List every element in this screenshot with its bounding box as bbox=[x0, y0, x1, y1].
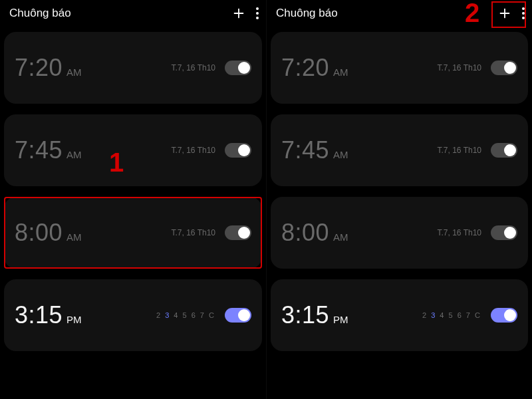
alarm-list: 7:20 AM T.7, 16 Th10 7:45 AM T.7, 16 Th1… bbox=[267, 27, 532, 351]
alarm-card[interactable]: 7:45 AM T.7, 16 Th10 bbox=[271, 114, 528, 186]
alarm-days: 2 3 4 5 6 7 C bbox=[156, 311, 215, 319]
alarm-card[interactable]: 3:15 PM 2 3 4 5 6 7 C bbox=[271, 279, 528, 351]
alarm-ampm: AM bbox=[66, 149, 82, 160]
alarm-ampm: PM bbox=[66, 314, 82, 325]
alarm-time-block: 8:00 AM bbox=[281, 219, 348, 247]
alarm-time: 7:45 bbox=[281, 136, 329, 164]
alarm-right: T.7, 16 Th10 bbox=[438, 225, 518, 240]
screenshot-right: Chuông báo 7:20 AM T.7, 16 Th10 bbox=[266, 0, 532, 399]
page-title: Chuông báo bbox=[9, 7, 231, 20]
alarm-card[interactable]: 7:45 AM T.7, 16 Th10 bbox=[4, 114, 262, 186]
alarm-date: T.7, 16 Th10 bbox=[172, 146, 216, 155]
alarm-date: T.7, 16 Th10 bbox=[438, 146, 482, 155]
alarm-ampm: PM bbox=[333, 314, 348, 325]
alarm-time-block: 7:45 AM bbox=[15, 136, 82, 164]
alarm-date: T.7, 16 Th10 bbox=[438, 228, 482, 237]
alarm-ampm: AM bbox=[333, 66, 348, 78]
alarm-time-block: 7:20 AM bbox=[281, 54, 348, 82]
alarm-toggle[interactable] bbox=[491, 61, 517, 75]
alarm-card[interactable]: 3:15 PM 2 3 4 5 6 7 C bbox=[4, 279, 262, 351]
alarm-time: 3:15 bbox=[281, 301, 329, 329]
svg-point-0 bbox=[256, 7, 259, 10]
alarm-toggle[interactable] bbox=[225, 308, 251, 323]
annotation-box-2 bbox=[491, 1, 526, 28]
alarm-time: 7:20 bbox=[15, 54, 63, 82]
annotation-box-1 bbox=[4, 197, 262, 269]
alarm-time: 7:45 bbox=[15, 136, 63, 164]
annotation-label-2: 2 bbox=[465, 0, 479, 28]
alarm-right: T.7, 16 Th10 bbox=[438, 143, 518, 158]
annotation-label-1: 1 bbox=[109, 148, 124, 178]
alarm-list: 7:20 AM T.7, 16 Th10 7:45 AM T.7, 16 Th1… bbox=[0, 27, 266, 351]
alarm-right: T.7, 16 Th10 bbox=[172, 143, 252, 158]
alarm-ampm: AM bbox=[333, 149, 348, 160]
alarm-toggle[interactable] bbox=[225, 143, 251, 158]
alarm-time-block: 3:15 PM bbox=[15, 301, 82, 329]
alarm-ampm: AM bbox=[333, 231, 348, 243]
alarm-time: 8:00 bbox=[281, 219, 329, 247]
alarm-right: 2 3 4 5 6 7 C bbox=[422, 308, 517, 323]
top-actions bbox=[231, 6, 259, 21]
alarm-right: 2 3 4 5 6 7 C bbox=[156, 308, 251, 323]
alarm-time-block: 7:20 AM bbox=[15, 54, 82, 82]
alarm-toggle[interactable] bbox=[225, 61, 251, 75]
alarm-right: T.7, 16 Th10 bbox=[438, 61, 518, 75]
topbar: Chuông báo bbox=[0, 0, 266, 27]
alarm-time-block: 7:45 AM bbox=[281, 136, 348, 164]
alarm-time: 3:15 bbox=[15, 301, 63, 329]
alarm-right: T.7, 16 Th10 bbox=[172, 61, 252, 75]
svg-point-1 bbox=[256, 12, 259, 15]
alarm-toggle[interactable] bbox=[491, 143, 517, 158]
alarm-card[interactable]: 7:20 AM T.7, 16 Th10 bbox=[271, 32, 528, 104]
alarm-toggle[interactable] bbox=[491, 225, 517, 240]
alarm-card[interactable]: 8:00 AM T.7, 16 Th10 bbox=[271, 197, 528, 269]
alarm-time-block: 3:15 PM bbox=[281, 301, 348, 329]
alarm-ampm: AM bbox=[66, 66, 82, 78]
alarm-time: 7:20 bbox=[281, 54, 329, 82]
alarm-days: 2 3 4 5 6 7 C bbox=[422, 311, 481, 319]
add-alarm-icon[interactable] bbox=[231, 6, 246, 21]
alarm-date: T.7, 16 Th10 bbox=[172, 63, 216, 72]
alarm-date: T.7, 16 Th10 bbox=[438, 63, 482, 72]
more-options-icon[interactable] bbox=[255, 6, 259, 21]
svg-point-2 bbox=[256, 17, 259, 19]
alarm-card[interactable]: 7:20 AM T.7, 16 Th10 bbox=[4, 32, 262, 104]
alarm-toggle[interactable] bbox=[491, 308, 517, 323]
screenshot-left: Chuông báo 7:20 AM T.7, 16 Th10 bbox=[0, 0, 266, 399]
